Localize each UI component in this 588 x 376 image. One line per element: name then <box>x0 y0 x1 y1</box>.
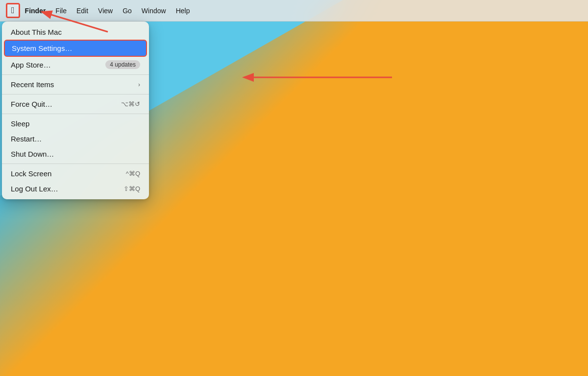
menubar-help[interactable]: Help <box>171 5 195 17</box>
menu-item-restart[interactable]: Restart… <box>2 131 149 146</box>
log-out-shortcut: ⇧⌘Q <box>123 185 140 192</box>
menubar-file[interactable]: File <box>50 5 72 17</box>
lock-screen-shortcut: ^⌘Q <box>126 170 140 177</box>
menu-item-recent-items[interactable]: Recent Items › <box>2 77 149 92</box>
menu-item-sleep[interactable]: Sleep <box>2 116 149 131</box>
menu-item-system-settings[interactable]: System Settings… <box>4 40 147 57</box>
menu-item-shutdown[interactable]: Shut Down… <box>2 146 149 162</box>
chevron-right-icon: › <box>138 81 140 88</box>
menu-item-lock-screen[interactable]: Lock Screen ^⌘Q <box>2 166 149 181</box>
menu-separator-2 <box>2 94 149 94</box>
menubar-go[interactable]: Go <box>118 5 137 17</box>
menubar:  Finder File Edit View Go Window Help <box>0 0 588 22</box>
menubar-window[interactable]: Window <box>137 5 171 17</box>
menu-separator-3 <box>2 114 149 114</box>
menu-item-force-quit[interactable]: Force Quit… ⌥⌘↺ <box>2 96 149 112</box>
menubar-view[interactable]: View <box>93 5 118 17</box>
force-quit-shortcut: ⌥⌘↺ <box>121 100 140 108</box>
menu-separator-4 <box>2 164 149 164</box>
apple-dropdown-menu: About This Mac System Settings… App Stor… <box>2 22 149 199</box>
menu-item-log-out[interactable]: Log Out Lex… ⇧⌘Q <box>2 181 149 196</box>
apple-menu-button[interactable]:  <box>6 3 20 18</box>
apple-logo-icon:  <box>11 5 15 16</box>
menubar-finder[interactable]: Finder <box>20 5 51 17</box>
menubar-edit[interactable]: Edit <box>72 5 93 17</box>
menu-item-app-store[interactable]: App Store… 4 updates <box>2 57 149 72</box>
menu-item-about[interactable]: About This Mac <box>2 24 149 40</box>
menu-separator-1 <box>2 74 149 75</box>
app-store-badge: 4 updates <box>105 60 140 69</box>
